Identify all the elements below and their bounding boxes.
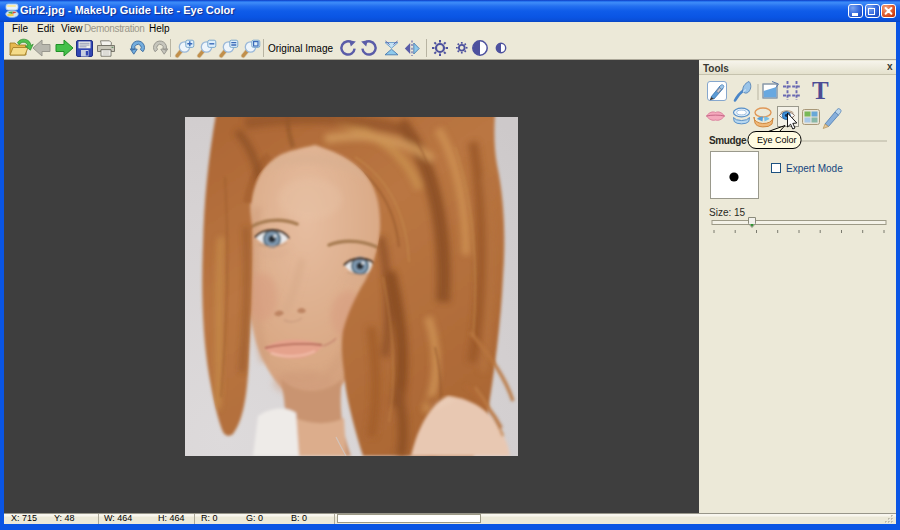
svg-text:Eye Color: Eye Color: [757, 135, 797, 145]
svg-text:Expert Mode: Expert Mode: [786, 163, 843, 174]
svg-text:Size: 15: Size: 15: [709, 207, 746, 218]
svg-text:T: T: [812, 77, 829, 104]
svg-text:Smudge: Smudge: [709, 135, 747, 146]
